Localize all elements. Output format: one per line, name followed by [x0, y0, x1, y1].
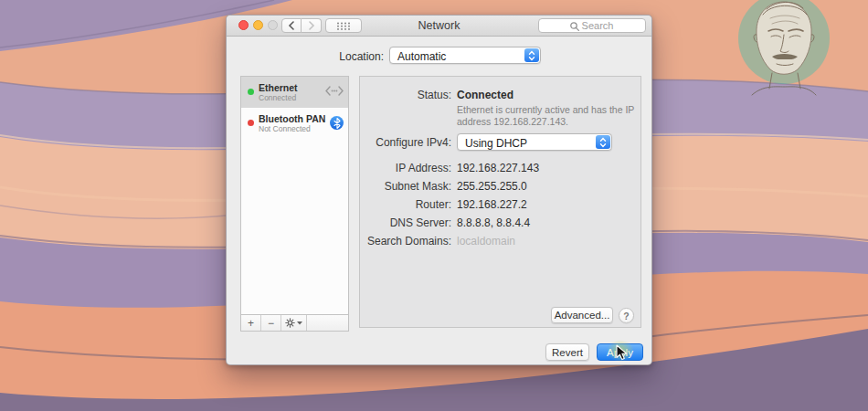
location-popup[interactable]: Automatic [389, 47, 541, 64]
add-service-button[interactable]: + [241, 315, 261, 331]
status-label: Status: [360, 89, 451, 101]
router-value: 192.168.227.2 [457, 198, 527, 211]
search-domains-label: Search Domains: [360, 235, 451, 248]
remove-service-button[interactable]: − [261, 315, 281, 331]
service-name: Ethernet [259, 82, 298, 93]
search-domains-row: Search Domains: localdomain [360, 235, 515, 248]
subnet-mask-label: Subnet Mask: [360, 180, 451, 193]
service-name: Bluetooth PAN [259, 113, 325, 124]
chevron-down-icon [297, 321, 302, 325]
action-menu-button[interactable] [281, 315, 307, 331]
service-status: Connected [259, 93, 296, 102]
popup-stepper-icon [524, 48, 539, 62]
connection-detail-pane: Status: Connected Ethernet is currently … [359, 76, 641, 328]
status-dot [248, 120, 254, 126]
popup-stepper-icon [596, 135, 610, 149]
service-row-bluetooth-pan[interactable]: Bluetooth PAN Not Connected [241, 108, 348, 139]
configure-ipv4-value: Using DHCP [465, 137, 527, 150]
status-dot [248, 89, 254, 95]
search-input[interactable] [539, 19, 645, 32]
bluetooth-icon [330, 116, 344, 130]
network-preferences-window: Network Location: Automatic [226, 15, 652, 365]
service-status: Not Connected [259, 124, 311, 133]
dns-server-label: DNS Server: [360, 216, 451, 229]
gear-icon [285, 318, 295, 328]
revert-button[interactable]: Revert [545, 343, 589, 361]
router-label: Router: [360, 198, 451, 211]
titlebar[interactable]: Network [227, 16, 651, 37]
up-down-chevrons-icon [528, 50, 535, 61]
location-value: Automatic [397, 50, 446, 63]
services-list: Ethernet Connected Bluetooth PAN Not Con… [240, 76, 349, 332]
advanced-button[interactable]: Advanced... [551, 307, 613, 323]
ip-address-row: IP Address: 192.168.227.143 [360, 162, 539, 174]
subnet-mask-row: Subnet Mask: 255.255.255.0 [360, 180, 527, 193]
dns-server-row: DNS Server: 8.8.8.8, 8.8.4.4 [360, 216, 530, 229]
list-toolbar: + − [241, 314, 348, 331]
help-button[interactable]: ? [619, 308, 634, 323]
subnet-mask-value: 255.255.255.0 [457, 180, 527, 193]
service-row-ethernet[interactable]: Ethernet Connected [241, 77, 348, 108]
location-label: Location: [227, 50, 384, 63]
search-field[interactable] [538, 18, 646, 33]
status-row: Status: Connected [360, 89, 513, 101]
status-value: Connected [457, 89, 513, 101]
search-domains-value: localdomain [457, 235, 515, 248]
ip-address-label: IP Address: [360, 162, 451, 174]
status-description: Ethernet is currently active and has the… [457, 104, 651, 128]
configure-ipv4-popup[interactable]: Using DHCP [457, 133, 612, 151]
router-row: Router: 192.168.227.2 [360, 198, 527, 211]
configure-ipv4-label: Configure IPv4: [360, 136, 451, 149]
dns-server-value: 8.8.8.8, 8.8.4.4 [457, 216, 530, 229]
ethernet-icon [324, 85, 344, 97]
apply-button[interactable]: Apply [597, 343, 643, 361]
screen: Network Location: Automatic [0, 0, 868, 411]
ip-address-value: 192.168.227.143 [457, 162, 539, 174]
up-down-chevrons-icon [599, 137, 607, 148]
